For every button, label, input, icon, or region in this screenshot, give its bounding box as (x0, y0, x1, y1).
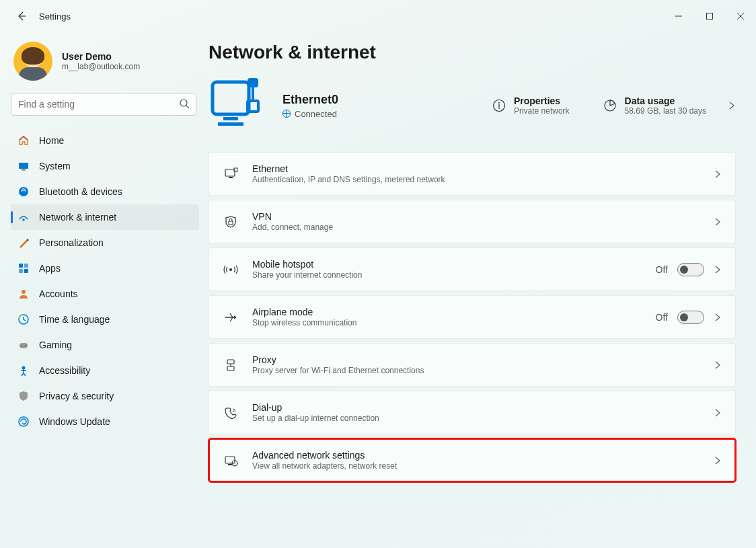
nav-icon (17, 211, 30, 223)
sidebar: User Demo m__lab@outlook.com HomeSystemB… (0, 32, 202, 548)
page-title: Network & internet (209, 42, 736, 63)
minimize-button[interactable] (663, 6, 694, 26)
nav-item-home[interactable]: Home (11, 128, 199, 153)
svg-point-16 (19, 417, 28, 426)
nav-item-time-language[interactable]: Time & language (11, 307, 199, 332)
nav-icon (17, 237, 30, 249)
close-button[interactable] (725, 6, 756, 26)
svg-rect-19 (218, 122, 243, 126)
back-button[interactable] (12, 7, 31, 26)
airplane-icon (223, 310, 239, 325)
setting-dial-up[interactable]: Dial-upSet up a dial-up internet connect… (209, 391, 736, 434)
nav-item-bluetooth-devices[interactable]: Bluetooth & devices (11, 179, 199, 204)
nav-icon (17, 262, 30, 274)
nav-label: Accessibility (39, 365, 90, 376)
nav-item-privacy-security[interactable]: Privacy & security (11, 383, 199, 409)
svg-rect-0 (707, 13, 713, 19)
toggle-label: Off (656, 264, 668, 275)
svg-rect-12 (20, 343, 28, 348)
main-content: Network & internet Ethernet0 Connected (202, 32, 756, 548)
svg-rect-20 (248, 78, 258, 87)
search-icon (179, 98, 190, 109)
setting-proxy[interactable]: ProxyProxy server for Wi-Fi and Ethernet… (209, 343, 736, 387)
setting-title: Mobile hotspot (252, 259, 362, 270)
nav-icon (17, 186, 30, 198)
nav-icon (17, 160, 30, 172)
setting-advanced-network-settings[interactable]: Advanced network settingsView all networ… (209, 438, 736, 482)
connection-status: Connected (282, 109, 338, 119)
user-email: m__lab@outlook.com (62, 62, 140, 71)
svg-point-5 (22, 219, 25, 221)
globe-icon (282, 110, 291, 118)
nav-icon (17, 416, 30, 428)
setting-airplane-mode[interactable]: Airplane modeStop wireless communication… (209, 295, 736, 339)
setting-title: Ethernet (252, 163, 445, 174)
nav-item-system[interactable]: System (11, 153, 199, 179)
nav-item-network-internet[interactable]: Network & internet (11, 204, 199, 230)
svg-point-10 (22, 290, 26, 294)
pc-ethernet-icon (209, 75, 269, 136)
proxy-icon (223, 358, 239, 373)
toggle-switch[interactable] (677, 311, 704, 324)
svg-point-23 (498, 102, 500, 104)
search-box[interactable] (11, 93, 196, 116)
setting-title: Advanced network settings (252, 450, 397, 461)
chevron-right-icon (728, 102, 736, 110)
setting-subtitle: Set up a dial-up internet connection (252, 414, 379, 423)
svg-rect-34 (228, 464, 232, 465)
setting-subtitle: Add, connect, manage (252, 223, 333, 232)
chevron-right-icon (714, 361, 722, 369)
nav-item-personalization[interactable]: Personalization (11, 230, 199, 256)
vpn-icon (223, 214, 239, 229)
user-name: User Demo (62, 51, 140, 62)
svg-point-13 (21, 345, 22, 346)
pie-icon (603, 99, 617, 112)
chevron-right-icon (714, 266, 722, 274)
nav-item-windows-update[interactable]: Windows Update (11, 409, 199, 434)
svg-point-15 (22, 366, 26, 370)
nav-label: Personalization (39, 237, 104, 248)
nav-label: Privacy & security (39, 391, 114, 401)
profile[interactable]: User Demo m__lab@outlook.com (11, 38, 199, 93)
nav-item-apps[interactable]: Apps (11, 256, 199, 281)
svg-rect-8 (19, 269, 23, 273)
window-title: Settings (39, 11, 71, 22)
setting-subtitle: Stop wireless communication (252, 318, 356, 327)
svg-rect-31 (227, 360, 234, 364)
nav-label: Accounts (39, 288, 78, 299)
nav-label: Gaming (39, 340, 72, 350)
svg-rect-33 (225, 457, 235, 463)
setting-mobile-hotspot[interactable]: Mobile hotspotShare your internet connec… (209, 247, 736, 291)
svg-point-1 (180, 100, 187, 106)
nav-icon (17, 313, 30, 325)
search-input[interactable] (11, 93, 196, 116)
nav-icon (17, 339, 30, 351)
toggle-switch[interactable] (677, 263, 704, 276)
maximize-button[interactable] (694, 6, 725, 26)
setting-subtitle: View all network adapters, network reset (252, 461, 397, 471)
nav-label: Apps (39, 263, 61, 274)
chevron-right-icon (714, 313, 722, 321)
data-usage-link[interactable]: Data usage 58.69 GB, last 30 days (603, 95, 736, 116)
svg-rect-9 (24, 269, 28, 273)
svg-rect-29 (229, 221, 233, 225)
properties-link[interactable]: Properties Private network (492, 95, 570, 116)
svg-rect-2 (19, 163, 28, 169)
setting-vpn[interactable]: VPNAdd, connect, manage (209, 200, 736, 243)
svg-rect-24 (498, 104, 499, 109)
svg-rect-3 (22, 169, 26, 171)
nav-label: Home (39, 135, 64, 146)
nav-item-accessibility[interactable]: Accessibility (11, 358, 199, 383)
nav-list: HomeSystemBluetooth & devicesNetwork & i… (11, 128, 199, 434)
svg-rect-32 (227, 366, 234, 370)
nav-item-gaming[interactable]: Gaming (11, 332, 199, 358)
nav-item-accounts[interactable]: Accounts (11, 281, 199, 307)
setting-title: Proxy (252, 354, 424, 365)
advanced-icon (223, 453, 239, 468)
setting-title: VPN (252, 211, 333, 222)
svg-rect-7 (24, 264, 28, 268)
nav-icon (17, 364, 30, 377)
nav-label: System (39, 161, 71, 171)
setting-ethernet[interactable]: EthernetAuthentication, IP and DNS setti… (209, 152, 736, 196)
svg-rect-6 (19, 264, 23, 268)
